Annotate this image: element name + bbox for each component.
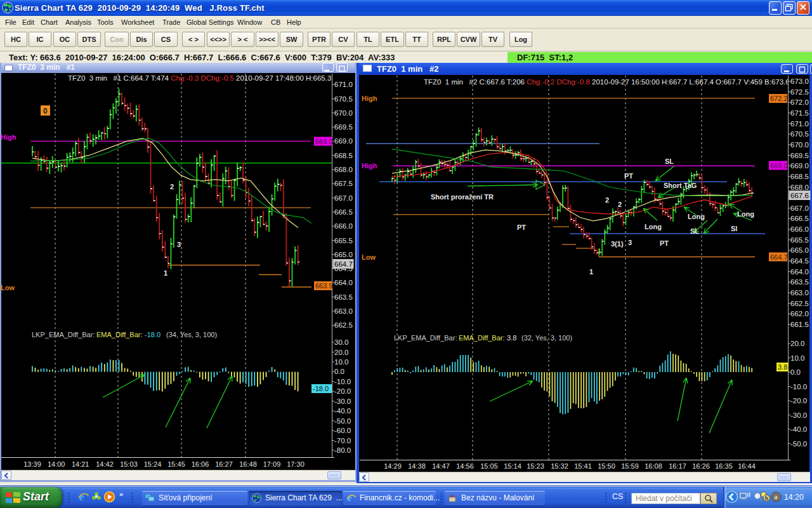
svg-text:672.2: 672.2	[770, 95, 788, 102]
svg-text:-30.0: -30.0	[790, 411, 807, 419]
svg-text:-20.0: -20.0	[334, 387, 351, 395]
svg-text:664.7: 664.7	[770, 253, 788, 261]
svg-text:669.5: 669.5	[790, 152, 809, 159]
svg-text:-18.0: -18.0	[313, 385, 329, 392]
svg-text:15:03: 15:03	[120, 460, 138, 468]
svg-text:668.5: 668.5	[790, 173, 809, 180]
svg-text:-40.0: -40.0	[334, 407, 351, 415]
svg-text:16:08: 16:08	[645, 462, 662, 470]
svg-text:663.9: 663.9	[315, 282, 333, 290]
svg-text:17:30: 17:30	[287, 460, 304, 468]
svg-text:High: High	[1, 133, 16, 141]
svg-text:EMA_Diff_Bar:: EMA_Diff_Bar:	[96, 331, 143, 338]
svg-text:668.5: 668.5	[334, 152, 353, 159]
svg-text:3: 3	[628, 239, 632, 246]
svg-text:15:41: 15:41	[574, 462, 592, 470]
svg-text:14:00: 14:00	[48, 460, 65, 468]
svg-text:20.0: 20.0	[790, 340, 804, 347]
svg-text:663.0: 663.0	[790, 289, 809, 297]
svg-text:671.5: 671.5	[790, 109, 809, 117]
svg-text:662.0: 662.0	[790, 310, 809, 318]
svg-text:SL: SL	[690, 227, 699, 235]
svg-text:669.0: 669.0	[334, 137, 353, 145]
svg-text:3(1): 3(1)	[611, 240, 624, 248]
svg-text:667.0: 667.0	[790, 204, 809, 212]
svg-text:20.0: 20.0	[334, 349, 348, 356]
svg-text:2: 2	[170, 183, 174, 190]
svg-text:665.5: 665.5	[790, 236, 809, 244]
svg-text:15:50: 15:50	[598, 462, 615, 470]
svg-text:15:32: 15:32	[551, 462, 568, 470]
svg-text:15:45: 15:45	[167, 460, 185, 468]
svg-text:PT: PT	[517, 224, 526, 231]
svg-text:16:17: 16:17	[669, 462, 686, 470]
svg-text:Low: Low	[362, 253, 376, 261]
svg-text:High: High	[362, 162, 377, 170]
svg-text:10.0: 10.0	[790, 354, 804, 362]
svg-text:-20.0: -20.0	[790, 397, 807, 404]
svg-text:668.0: 668.0	[790, 184, 809, 191]
svg-text:Short proražení TR: Short proražení TR	[431, 193, 494, 201]
svg-text:16:35: 16:35	[715, 462, 733, 470]
svg-text:661.5: 661.5	[790, 321, 809, 328]
svg-text:670.5: 670.5	[790, 130, 809, 138]
svg-text:14:56: 14:56	[456, 462, 474, 470]
svg-text:PT: PT	[624, 172, 633, 180]
svg-text:16:06: 16:06	[192, 460, 209, 468]
svg-text:663.5: 663.5	[334, 293, 353, 301]
svg-text:Short TaG: Short TaG	[664, 182, 697, 189]
svg-text:665.0: 665.0	[334, 251, 353, 258]
svg-text:666.5: 666.5	[334, 208, 353, 216]
svg-text:-30.0: -30.0	[334, 398, 351, 405]
svg-text:1: 1	[589, 268, 593, 276]
svg-text:16:27: 16:27	[215, 460, 233, 468]
svg-text:662.5: 662.5	[334, 321, 353, 329]
svg-text:LKP_EMA_Diff_Bar:: LKP_EMA_Diff_Bar:	[394, 334, 457, 342]
svg-text:664.7: 664.7	[334, 260, 353, 268]
svg-text:3.8: 3.8	[778, 363, 787, 371]
svg-text:14:21: 14:21	[72, 460, 89, 468]
svg-text:-70.0: -70.0	[334, 437, 351, 444]
svg-text:14:29: 14:29	[384, 462, 402, 470]
svg-text:Low: Low	[1, 284, 15, 291]
svg-text:15:59: 15:59	[621, 462, 639, 470]
svg-text:669.0: 669.0	[770, 162, 788, 170]
svg-text:EMA_Diff_Bar:: EMA_Diff_Bar:	[459, 334, 505, 342]
svg-text:(34, Yes, 3, 100): (34, Yes, 3, 100)	[166, 331, 217, 338]
svg-text:16:44: 16:44	[738, 462, 756, 470]
svg-text:-50.0: -50.0	[790, 440, 807, 448]
svg-text:e: e	[79, 491, 84, 503]
svg-text:Long: Long	[737, 210, 754, 218]
svg-text:-60.0: -60.0	[334, 427, 351, 434]
svg-text:14:47: 14:47	[432, 462, 450, 470]
svg-text:667.0: 667.0	[334, 194, 353, 202]
svg-text:15:14: 15:14	[504, 462, 521, 470]
svg-text:Long: Long	[688, 213, 705, 220]
svg-text:672.5: 672.5	[790, 88, 809, 96]
svg-text:15:23: 15:23	[527, 462, 544, 470]
svg-text:668.0: 668.0	[334, 166, 353, 173]
svg-text:15:24: 15:24	[144, 460, 162, 468]
svg-text:0: 0	[43, 107, 48, 116]
svg-text:-80.0: -80.0	[334, 446, 351, 454]
svg-text:664.0: 664.0	[790, 268, 809, 276]
svg-text:-40.0: -40.0	[790, 425, 807, 433]
svg-text:30.0: 30.0	[334, 338, 348, 346]
svg-text:h: h	[765, 495, 768, 502]
svg-text:670.0: 670.0	[790, 141, 809, 149]
svg-text:666.5: 666.5	[790, 215, 809, 222]
svg-text:667.5: 667.5	[334, 180, 353, 187]
svg-text:673.0: 673.0	[790, 77, 809, 85]
svg-text:672.0: 672.0	[790, 98, 809, 106]
svg-text:669.0: 669.0	[315, 138, 333, 145]
svg-text:665.0: 665.0	[790, 246, 809, 254]
svg-text:670.5: 670.5	[334, 95, 353, 103]
svg-text:-10.0: -10.0	[334, 378, 351, 385]
svg-text:10.0: 10.0	[334, 358, 348, 366]
svg-text:TFZ0 1 min #2 C:667.6 T:206: TFZ0 1 min #2 C:667.6 T:206 Chg:-0.2 DCh…	[424, 78, 812, 86]
svg-text:a: a	[774, 493, 778, 500]
svg-text:SL: SL	[665, 157, 674, 165]
svg-text:662.5: 662.5	[790, 300, 809, 307]
svg-text:0.0: 0.0	[334, 368, 344, 375]
svg-text:14:42: 14:42	[96, 460, 114, 468]
